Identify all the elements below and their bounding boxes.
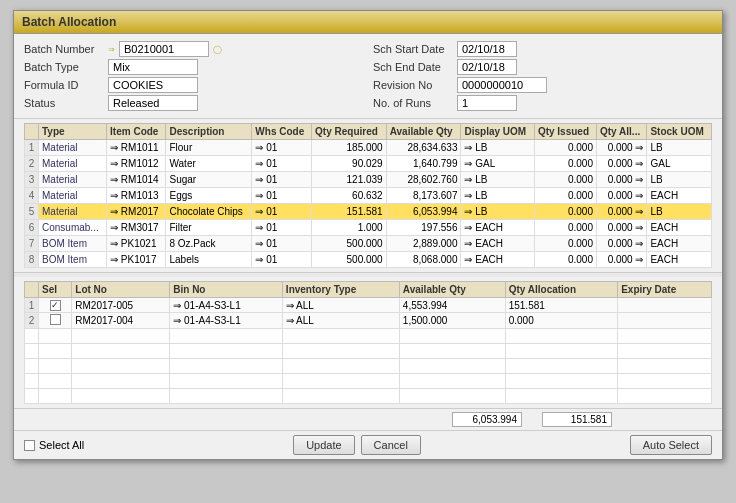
desc-cell: Flour [166,140,252,156]
row-number: 1 [25,140,39,156]
lot-avail-qty-cell: 4,553.994 [399,298,505,313]
lot-table-empty-row [25,344,712,359]
auto-select-button[interactable]: Auto Select [630,435,712,455]
inv-type-cell: ⇒ ALL [282,313,399,329]
type-cell: Material [39,188,107,204]
whs-cell: ⇒ 01 [252,220,312,236]
main-table-row[interactable]: 8BOM Item⇒ PK1017Labels⇒ 01500.0008,068.… [25,252,712,268]
uom-cell: ⇒ EACH [461,252,534,268]
main-table-row[interactable]: 6Consumab...⇒ RM3017Filter⇒ 011.000197.5… [25,220,712,236]
item-code-cell: ⇒ PK1021 [107,236,166,252]
empty-cell [39,344,72,359]
lot-col-expiry: Expiry Date [618,282,712,298]
batch-type-label: Batch Type [24,61,104,73]
desc-cell: Eggs [166,188,252,204]
main-table-row[interactable]: 4Material⇒ RM1013Eggs⇒ 0160.6328,173.607… [25,188,712,204]
qty-all-cell: 0.000 ⇒ [597,140,647,156]
type-cell: Material [39,172,107,188]
empty-cell [618,389,712,404]
form-left: Batch Number ⇒ B0210001 ◯ Batch Type Mix… [24,40,363,112]
revision-label: Revision No [373,79,453,91]
row-number: 4 [25,188,39,204]
lot-col-num [25,282,39,298]
select-all-label: Select All [39,439,84,451]
empty-cell [399,359,505,374]
whs-cell: ⇒ 01 [252,172,312,188]
col-num [25,124,39,140]
lot-avail-qty-cell: 1,500.000 [399,313,505,329]
main-table-row[interactable]: 5Material⇒ RM2017Chocolate Chips⇒ 01151.… [25,204,712,220]
lot-table-row[interactable]: 2RM2017-004⇒ 01-A4-S3-L1⇒ ALL1,500.0000.… [25,313,712,329]
empty-cell [505,359,618,374]
batch-number-value: B0210001 [119,41,209,57]
qty-req-cell: 90.029 [312,156,387,172]
qty-all-cell: 0.000 ⇒ [597,172,647,188]
status-row: Status Released [24,94,363,112]
lot-table-empty-row [25,359,712,374]
whs-cell: ⇒ 01 [252,156,312,172]
form-section: Batch Number ⇒ B0210001 ◯ Batch Type Mix… [14,34,722,119]
row-number: 3 [25,172,39,188]
cancel-button[interactable]: Cancel [361,435,421,455]
col-type: Type [39,124,107,140]
qty-req-cell: 151.581 [312,204,387,220]
empty-cell [505,329,618,344]
lot-qty-alloc-cell: 151.581 [505,298,618,313]
lot-col-avail-qty: Available Qty [399,282,505,298]
formula-id-label: Formula ID [24,79,104,91]
item-code-cell: ⇒ PK1017 [107,252,166,268]
empty-cell [170,389,283,404]
lot-checkbox[interactable] [50,300,61,311]
sch-start-label: Sch Start Date [373,43,453,55]
avail-qty-cell: 28,634.633 [386,140,461,156]
select-all-checkbox[interactable] [24,440,35,451]
sch-end-row: Sch End Date 02/10/18 [373,58,712,76]
empty-cell [25,329,39,344]
lot-checkbox[interactable] [50,314,61,325]
update-button[interactable]: Update [293,435,354,455]
totals-row: 6,053.994 151.581 [14,409,722,431]
avail-qty-cell: 2,889.000 [386,236,461,252]
lot-sel-cell[interactable] [39,313,72,329]
batch-number-arrow[interactable]: ⇒ [108,45,115,54]
type-cell: Material [39,204,107,220]
desc-cell: Sugar [166,172,252,188]
form-right: Sch Start Date 02/10/18 Sch End Date 02/… [373,40,712,112]
lot-section: Sel Lot No Bin No Inventory Type Availab… [14,277,722,409]
main-table-row[interactable]: 2Material⇒ RM1012Water⇒ 0190.0291,640.79… [25,156,712,172]
qty-issued-cell: 0.000 [534,172,596,188]
row-number: 8 [25,252,39,268]
stock-uom-cell: EACH [647,252,712,268]
lot-table-header: Sel Lot No Bin No Inventory Type Availab… [25,282,712,298]
main-table-row[interactable]: 3Material⇒ RM1014Sugar⇒ 01121.03928,602.… [25,172,712,188]
empty-cell [170,329,283,344]
qty-issued-cell: 0.000 [534,204,596,220]
whs-cell: ⇒ 01 [252,140,312,156]
col-avail-qty: Available Qty [386,124,461,140]
total-qty-alloc-value: 151.581 [542,412,612,427]
main-window: Batch Allocation Batch Number ⇒ B0210001… [13,10,723,460]
avail-qty-cell: 197.556 [386,220,461,236]
lot-col-inv-type: Inventory Type [282,282,399,298]
stock-uom-cell: LB [647,140,712,156]
main-table-row[interactable]: 7BOM Item⇒ PK10218 Oz.Pack⇒ 01500.0002,8… [25,236,712,252]
uom-cell: ⇒ EACH [461,236,534,252]
formula-id-value: COOKIES [108,77,198,93]
main-table-section: Type Item Code Description Whs Code Qty … [14,119,722,273]
empty-cell [282,344,399,359]
whs-cell: ⇒ 01 [252,236,312,252]
qty-issued-cell: 0.000 [534,220,596,236]
avail-qty-cell: 8,173.607 [386,188,461,204]
empty-cell [72,359,170,374]
empty-cell [282,374,399,389]
col-stock-uom: Stock UOM [647,124,712,140]
type-cell: Material [39,156,107,172]
empty-cell [39,389,72,404]
main-table-row[interactable]: 1Material⇒ RM1011Flour⇒ 01185.00028,634.… [25,140,712,156]
uom-cell: ⇒ LB [461,188,534,204]
batch-type-value: Mix [108,59,198,75]
batch-type-row: Batch Type Mix [24,58,363,76]
lot-table-row[interactable]: 1RM2017-005⇒ 01-A4-S3-L1⇒ ALL4,553.99415… [25,298,712,313]
lot-sel-cell[interactable] [39,298,72,313]
empty-cell [399,344,505,359]
